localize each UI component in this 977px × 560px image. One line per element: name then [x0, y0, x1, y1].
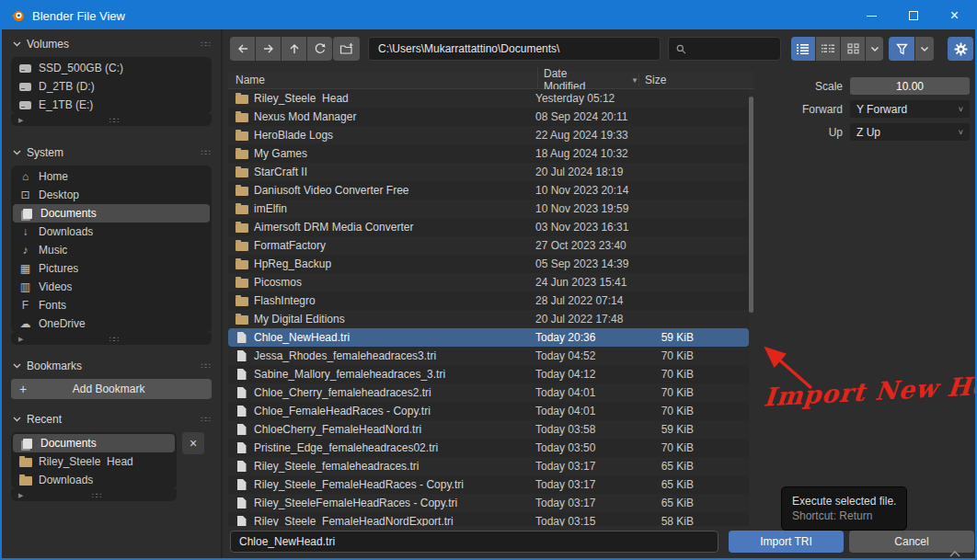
sidebar-item-downloads[interactable]: ↓Downloads [11, 223, 212, 241]
table-row[interactable]: My Digital Editions20 Jul 2022 17:48 [228, 310, 749, 328]
back-button[interactable] [230, 37, 255, 61]
back-icon [236, 43, 249, 54]
table-row[interactable]: Pristine_Edge_femaleheadraces02.triToday… [228, 439, 749, 457]
grip-handle-icon[interactable]: ∷∷ [201, 415, 210, 424]
scrollbar-thumb[interactable] [749, 97, 753, 313]
file-date: Today 04:01 [535, 386, 637, 399]
sidebar-item-pictures[interactable]: ▦Pictures [11, 259, 212, 278]
sidebar-item-e-1tb-e-[interactable]: E_1TB (E:) [11, 96, 212, 114]
table-row[interactable]: HpReg_Backup05 Sep 2023 14:39 [228, 255, 749, 273]
sidebar-item-ssd-500gb-c-[interactable]: SSD_500GB (C:) [11, 59, 212, 77]
corner-resize-icon[interactable] [949, 551, 960, 557]
search-field[interactable] [668, 37, 781, 61]
table-row[interactable]: FormatFactory27 Oct 2023 23:40 [228, 236, 749, 255]
filter-dropdown-button[interactable] [915, 37, 934, 61]
table-row[interactable]: Nexus Mod Manager08 Sep 2024 20:11 [228, 108, 749, 126]
table-row[interactable]: StarCraft II20 Jul 2024 18:19 [228, 163, 749, 181]
file-name: Chloe_FemaleHeadRaces - Copy.tri [254, 405, 535, 417]
sidebar-item-music[interactable]: ♪Music [11, 241, 212, 259]
file-size: 65 KiB [637, 497, 699, 509]
table-row[interactable]: Daniusoft Video Converter Free10 Nov 202… [228, 181, 749, 200]
import-tri-button[interactable]: Import TRI [729, 531, 844, 553]
detail-view-button[interactable] [816, 37, 840, 61]
sidebar-item-d-2tb-d-[interactable]: D_2TB (D:) [11, 77, 212, 96]
table-row[interactable]: My Games18 Aug 2024 10:32 [228, 144, 749, 163]
sidebar-item-videos[interactable]: ▥Videos [11, 278, 212, 296]
table-row[interactable]: Chloe_NewHead.triToday 20:3659 KiB [228, 328, 749, 347]
scale-row: Scale 10.00 [765, 77, 970, 95]
maximize-button[interactable] [892, 2, 934, 29]
file-date: Today 04:01 [535, 405, 637, 417]
add-bookmark-button[interactable]: + Add Bookmark [11, 379, 212, 399]
sidebar-item-documents[interactable]: Documents [13, 204, 210, 223]
table-row[interactable]: Sabine_Mallory_femaleheadraces_3.triToda… [228, 365, 749, 383]
drive-icon [18, 98, 32, 111]
settings-button[interactable] [948, 37, 973, 61]
sidebar-item-onedrive[interactable]: ☁OneDrive [11, 314, 212, 333]
file-date: 18 Aug 2024 10:32 [535, 147, 637, 160]
search-input[interactable] [686, 42, 780, 55]
new-folder-button[interactable] [333, 37, 360, 61]
expand-triangle-icon[interactable]: ▶ [18, 336, 23, 343]
clear-recent-button[interactable]: × [182, 432, 204, 454]
table-row[interactable]: Aimersoft DRM Media Converter03 Nov 2023… [228, 218, 749, 236]
table-row[interactable]: imElfin10 Nov 2023 19:59 [228, 200, 749, 218]
fonts-icon: F [18, 299, 32, 312]
sidebar-item-home[interactable]: ⌂Home [11, 167, 212, 186]
list-view-button[interactable] [791, 37, 815, 61]
column-header-size[interactable]: Size [638, 74, 754, 86]
sidebar-item-downloads[interactable]: Downloads [11, 471, 177, 489]
system-section-header[interactable]: System ∷∷ [13, 146, 210, 159]
resize-grip-icon[interactable]: ∷∷ [109, 116, 118, 125]
sidebar-item-riley-steele-head[interactable]: Riley_Steele Head [11, 452, 177, 471]
table-row[interactable]: ChloeCherry_FemaleHeadNord.triToday 03:5… [228, 420, 749, 439]
forward-select[interactable]: Y Forward ˅ [850, 100, 970, 118]
download-icon: ↓ [18, 225, 32, 238]
filter-button[interactable] [889, 37, 914, 61]
table-row[interactable]: Riley_SteeleFemaleHeadRaces - Copy.triTo… [228, 494, 749, 512]
file-icon [235, 368, 248, 381]
table-row[interactable]: Jessa_Rhodes_femaleheadraces3.triToday 0… [228, 347, 749, 365]
cancel-button[interactable]: Cancel [849, 531, 974, 553]
resize-grip-icon[interactable]: ∷∷ [109, 335, 118, 344]
table-row[interactable]: FlashIntegro28 Jul 2022 07:14 [228, 291, 749, 310]
file-date: 20 Jul 2022 17:48 [535, 313, 637, 326]
expand-triangle-icon[interactable]: ▶ [18, 492, 23, 499]
expand-triangle-icon[interactable]: ▶ [18, 117, 23, 124]
forward-button[interactable] [256, 37, 281, 61]
folder-icon [18, 455, 32, 468]
bookmarks-section-header[interactable]: Bookmarks ∷∷ [13, 360, 210, 372]
refresh-button[interactable] [307, 37, 332, 61]
close-button[interactable]: × [934, 2, 975, 29]
thumbnail-view-button[interactable] [841, 37, 865, 61]
table-row[interactable]: HeroBlade Logs22 Aug 2024 19:33 [228, 126, 749, 144]
table-row[interactable]: Riley_Steele_femaleheadraces.triToday 03… [228, 457, 749, 475]
table-row[interactable]: Riley_Steele HeadYesterday 05:12 [228, 89, 749, 108]
path-input[interactable] [369, 42, 660, 55]
up-button[interactable] [282, 37, 306, 61]
table-row[interactable]: Riley_Steele_FemaleHeadRaces - Copy.triT… [228, 475, 749, 494]
minimize-button[interactable] [851, 2, 892, 29]
section-title: Bookmarks [27, 360, 196, 372]
path-field[interactable] [368, 37, 661, 61]
table-row[interactable]: Riley_Steele_FemaleHeadNordExport.triTod… [228, 512, 749, 526]
filename-field[interactable] [230, 531, 718, 553]
resize-grip-icon[interactable]: ∷∷ [92, 491, 100, 500]
filename-input[interactable] [239, 535, 709, 548]
display-mode-dropdown-button[interactable] [866, 37, 883, 61]
sidebar-item-fonts[interactable]: FFonts [11, 296, 212, 314]
scale-input[interactable]: 10.00 [850, 77, 970, 95]
table-row[interactable]: Picosmos24 Jun 2023 15:41 [228, 273, 749, 291]
table-row[interactable]: Chloe_FemaleHeadRaces - Copy.triToday 04… [228, 402, 749, 420]
sidebar-item-documents[interactable]: Documents [13, 434, 175, 452]
folder-icon [235, 257, 248, 270]
column-header-name[interactable]: Name [236, 74, 537, 86]
table-row[interactable]: Chloe_Cherry_femaleheadraces2.triToday 0… [228, 383, 749, 402]
volumes-section-header[interactable]: Volumes ∷∷ [13, 38, 210, 51]
recent-section-header[interactable]: Recent ∷∷ [13, 413, 210, 426]
up-select[interactable]: Z Up ˅ [850, 123, 970, 141]
grip-handle-icon[interactable]: ∷∷ [201, 148, 210, 157]
sidebar-item-desktop[interactable]: ⊡Desktop [11, 186, 212, 204]
grip-handle-icon[interactable]: ∷∷ [201, 361, 210, 371]
grip-handle-icon[interactable]: ∷∷ [201, 40, 210, 49]
